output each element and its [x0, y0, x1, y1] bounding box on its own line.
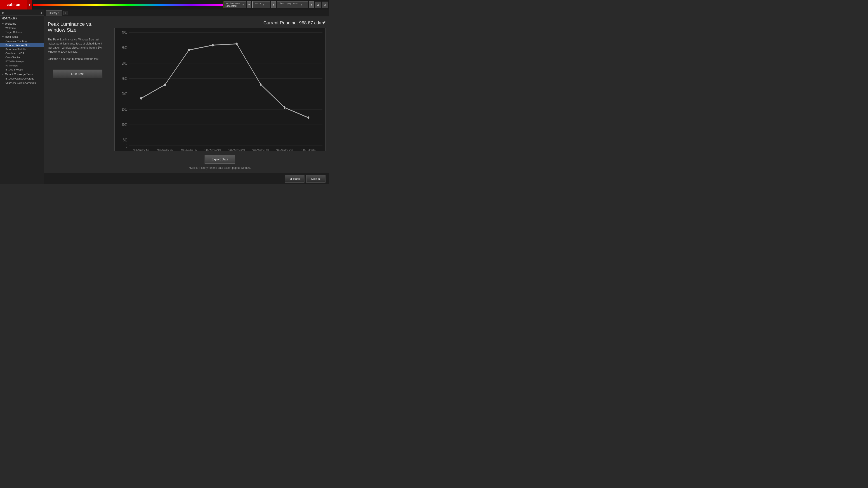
bottom-nav: ◀ Back Next ▶ [44, 173, 329, 184]
page-title: Peak Luminance vs. Window Size [48, 21, 107, 33]
logo-dropdown-btn[interactable]: ▼ [27, 0, 32, 9]
svg-text:100 - Window  1%: 100 - Window 1% [133, 149, 149, 151]
svg-text:2500: 2500 [122, 76, 127, 80]
next-arrow-icon: ▶ [318, 177, 321, 181]
refresh-icon-btn[interactable]: ↺ [322, 2, 328, 8]
current-reading-label: Current Reading: [264, 20, 298, 25]
sidebar-section-gamut-header[interactable]: ▼ Gamut Coverage Tests [0, 72, 44, 76]
rainbow-progress-bar [33, 4, 223, 6]
main-panel: Peak Luminance vs. Window Size The Peak … [44, 17, 329, 173]
svg-text:4000: 4000 [122, 30, 127, 35]
source-label: Source [254, 2, 261, 4]
sidebar-collapse-btn[interactable]: ◀ [40, 11, 42, 14]
svg-text:3000: 3000 [122, 61, 127, 65]
back-arrow-icon: ◀ [289, 177, 292, 181]
sidebar-dot-icon [2, 12, 4, 14]
sidebar-section-gamut-coverage: ▼ Gamut Coverage Tests BT.2020 Gamut Cov… [0, 72, 44, 85]
source-expand-btn[interactable]: ▼ [271, 1, 276, 8]
sidebar-section-welcome-header[interactable]: ▼ Welcome [0, 22, 44, 26]
svg-text:100 - Window 50%: 100 - Window 50% [252, 149, 269, 151]
main-layout: ◀ HDR Toolkit ▼ Welcome Welcome Target O… [0, 9, 329, 184]
current-reading: Current Reading: 968.87 cd/m² [114, 20, 326, 26]
current-reading-value: 968.87 cd/m² [299, 20, 326, 25]
left-panel: Peak Luminance vs. Window Size The Peak … [44, 17, 111, 173]
tab-add-btn[interactable]: + [63, 11, 68, 15]
svg-text:2000: 2000 [122, 92, 127, 96]
simulated-meter-dropdown[interactable]: Simulated Meter Simulated ▼ [223, 1, 246, 8]
svg-text:100 - Window  5%: 100 - Window 5% [181, 149, 197, 151]
direct-display-label: Direct Display Control [279, 2, 298, 4]
welcome-arrow-icon: ▼ [2, 23, 4, 25]
simulated-meter-value: Simulated [225, 4, 241, 7]
source-value [254, 4, 261, 7]
sidebar-section-welcome-label: Welcome [5, 22, 16, 25]
logo-text: calman [6, 3, 20, 7]
sidebar-section-gamut-label: Gamut Coverage Tests [5, 73, 33, 76]
click-instructions: Click the "Run Test" button to start the… [48, 57, 107, 61]
back-label: Back [293, 177, 300, 181]
svg-point-20 [188, 48, 190, 51]
sidebar-section-welcome: ▼ Welcome Welcome Target Options [0, 22, 44, 34]
hdr-tests-arrow-icon: ▼ [2, 36, 4, 38]
next-label: Next [311, 177, 317, 181]
sidebar-item-peak-lum-stability[interactable]: Peak Lum Stability [0, 47, 44, 51]
sidebar-section-hdr-tests: ▼ HDR Tests Grayscale Tracking Peak vs. … [0, 35, 44, 72]
sidebar-item-uhdap3-gamut[interactable]: UHDA-P3 Gamut Coverage [0, 80, 44, 85]
next-button[interactable]: Next ▶ [306, 175, 326, 183]
sidebar-item-bt709-sweeps[interactable]: BT.709 Sweeps [0, 68, 44, 72]
top-bar: calman ▼ Simulated Meter Simulated ▼ ▼ S… [0, 0, 329, 9]
settings-icon-btn[interactable]: ⚙ [315, 2, 321, 8]
svg-point-23 [260, 83, 261, 86]
gamut-arrow-icon: ▼ [2, 73, 4, 76]
svg-point-21 [212, 44, 214, 46]
source-dropdown[interactable]: Source ▼ [252, 1, 270, 8]
content-area: History 1 + Peak Luminance vs. Window Si… [44, 9, 329, 184]
svg-point-25 [308, 116, 309, 119]
export-data-button[interactable]: Export Data [205, 155, 235, 164]
direct-display-expand-btn[interactable]: ▼ [309, 1, 314, 8]
svg-text:500: 500 [123, 138, 127, 142]
svg-point-19 [164, 84, 166, 86]
svg-point-18 [140, 97, 142, 100]
svg-point-24 [284, 106, 285, 109]
svg-text:100 - Window 10%: 100 - Window 10% [205, 149, 221, 151]
top-right-controls: Simulated Meter Simulated ▼ ▼ Source ▼ ▼… [223, 1, 329, 8]
direct-display-dropdown[interactable]: Direct Display Control ▼ [277, 1, 308, 8]
svg-text:100 - Window 75%: 100 - Window 75% [276, 149, 293, 151]
source-arrow-icon: ▼ [263, 4, 265, 6]
sidebar-section-hdr-tests-label: HDR Tests [5, 35, 18, 38]
simulated-meter-arrow-icon: ▼ [242, 4, 244, 6]
tab-bar: History 1 + [44, 9, 329, 17]
sidebar-item-target-options[interactable]: Target Options [0, 30, 44, 34]
sidebar-title: HDR Toolkit [0, 15, 44, 22]
sidebar-section-hdr-tests-header[interactable]: ▼ HDR Tests [0, 35, 44, 39]
svg-text:100 - Window  2%: 100 - Window 2% [157, 149, 173, 151]
right-panel: Current Reading: 968.87 cd/m² [111, 17, 329, 173]
logo-area: calman [0, 0, 27, 9]
description-text: The Peak Luminance vs. Window Size test … [48, 37, 107, 54]
simulated-meter-expand-btn[interactable]: ▼ [247, 1, 251, 8]
svg-point-22 [236, 42, 238, 45]
sidebar-item-bt2020-gamut[interactable]: BT.2020 Gamut Coverage [0, 76, 44, 80]
sidebar-item-bt2020-sweeps[interactable]: BT.2020 Sweeps [0, 59, 44, 64]
sidebar-header: ◀ [0, 10, 44, 15]
direct-display-arrow-icon: ▼ [300, 4, 303, 6]
svg-text:1000: 1000 [122, 123, 127, 127]
chart-svg: 4000 3500 3000 2500 2000 1500 1000 500 0 [115, 28, 325, 151]
tab-history-1[interactable]: History 1 [46, 10, 62, 16]
svg-text:1500: 1500 [122, 107, 127, 111]
chart-container: 4000 3500 3000 2500 2000 1500 1000 500 0 [114, 28, 326, 151]
svg-text:3500: 3500 [122, 46, 127, 50]
sidebar-item-p3-sweeps[interactable]: P3 Sweeps [0, 64, 44, 68]
run-test-button[interactable]: Run Test [53, 70, 102, 78]
svg-text:0: 0 [126, 144, 127, 149]
sidebar-item-colormatch-hdr[interactable]: ColorMatch HDR [0, 51, 44, 55]
back-button[interactable]: ◀ Back [285, 175, 305, 183]
sidebar-item-colorchecker[interactable]: ColorChecker [0, 55, 44, 59]
svg-text:100 - Window 25%: 100 - Window 25% [228, 149, 245, 151]
sidebar-item-welcome[interactable]: Welcome [0, 26, 44, 30]
svg-text:100 - Full  100%: 100 - Full 100% [302, 149, 315, 151]
sidebar-item-peak-vs-window[interactable]: Peak vs. Window Size [0, 43, 44, 47]
sidebar-item-grayscale-tracking[interactable]: Grayscale Tracking [0, 39, 44, 43]
sidebar: ◀ HDR Toolkit ▼ Welcome Welcome Target O… [0, 9, 44, 184]
